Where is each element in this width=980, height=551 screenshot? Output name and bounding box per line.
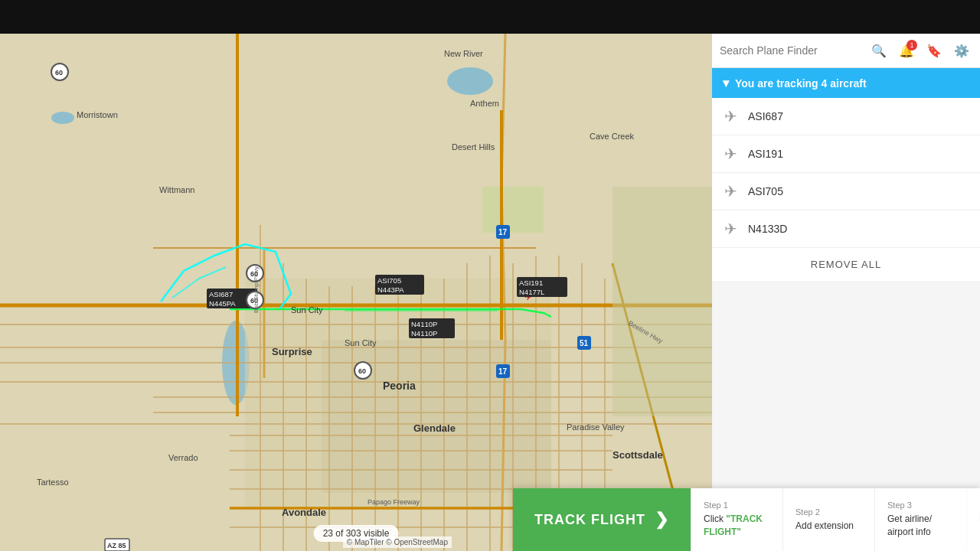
ticker-bar: Aviation aka KIDS) & CAE OXFORDs (KIDS) … bbox=[0, 0, 980, 34]
svg-rect-6 bbox=[482, 187, 544, 233]
svg-text:New River: New River bbox=[444, 49, 483, 58]
svg-text:Paradise Valley: Paradise Valley bbox=[567, 422, 625, 432]
svg-text:60: 60 bbox=[55, 69, 63, 77]
notification-badge: 1 bbox=[906, 40, 917, 51]
search-input[interactable] bbox=[720, 44, 862, 57]
alerts-button[interactable]: 🔔 1 bbox=[896, 40, 917, 61]
svg-text:N445PA: N445PA bbox=[209, 299, 236, 308]
svg-point-3 bbox=[447, 67, 493, 95]
svg-text:Scottsdale: Scottsdale bbox=[612, 449, 663, 461]
aircraft-callsign-3: N4133D bbox=[748, 223, 787, 235]
aircraft-list: ✈ ASI687 ✈ ASI191 ✈ ASI705 ✈ N4133D REMO… bbox=[712, 98, 980, 281]
step1-num: Step 1 bbox=[704, 500, 770, 510]
cta-step-4: Fligh bbox=[966, 488, 980, 551]
svg-text:Tartesso: Tartesso bbox=[37, 478, 69, 487]
svg-text:Anthem: Anthem bbox=[470, 99, 499, 108]
svg-text:ASI705: ASI705 bbox=[377, 276, 401, 285]
svg-text:Wittmann: Wittmann bbox=[159, 185, 194, 194]
svg-text:Cave Creek: Cave Creek bbox=[590, 132, 635, 141]
svg-text:Sun City: Sun City bbox=[291, 305, 323, 315]
aircraft-callsign-1: ASI191 bbox=[748, 148, 783, 160]
svg-text:Morristown: Morristown bbox=[77, 110, 118, 119]
chevron-icon: ▾ bbox=[723, 76, 729, 90]
step3-text: Get airline/ airport info bbox=[887, 513, 954, 539]
aircraft-item-1[interactable]: ✈ ASI191 bbox=[712, 135, 980, 173]
aircraft-callsign-0: ASI687 bbox=[748, 110, 783, 122]
svg-point-2 bbox=[51, 112, 74, 124]
svg-text:60: 60 bbox=[358, 367, 366, 375]
svg-text:N4110P: N4110P bbox=[411, 329, 437, 337]
map-attribution: © MapTiler © OpenStreetMap bbox=[343, 536, 452, 548]
track-flight-button[interactable]: TRACK FLIGHT ❯ bbox=[513, 488, 691, 551]
svg-text:51: 51 bbox=[580, 339, 589, 347]
aircraft-item-3[interactable]: ✈ N4133D bbox=[712, 210, 980, 248]
svg-text:Desert Hills: Desert Hills bbox=[452, 142, 495, 152]
svg-text:Verrado: Verrado bbox=[168, 453, 198, 462]
step2-num: Step 2 bbox=[795, 507, 862, 517]
tracking-header[interactable]: ▾ You are tracking 4 aircraft bbox=[712, 68, 980, 98]
cta-step-3: Step 3 Get airline/ airport info bbox=[874, 488, 966, 551]
svg-text:17: 17 bbox=[498, 367, 508, 376]
remove-all-button[interactable]: REMOVE ALL bbox=[712, 248, 980, 281]
svg-text:Bob Stump Pkwy: Bob Stump Pkwy bbox=[253, 266, 260, 313]
aircraft-icon-0: ✈ bbox=[724, 107, 737, 126]
svg-text:N4177L: N4177L bbox=[519, 288, 544, 296]
svg-text:ASI191: ASI191 bbox=[519, 279, 543, 287]
aircraft-icon-2: ✈ bbox=[724, 182, 737, 201]
step1-text: Click "TRACK FLIGHT" bbox=[704, 513, 770, 539]
cta-step-2: Step 2 Add extension bbox=[782, 488, 874, 551]
svg-text:Papago Freeway: Papago Freeway bbox=[368, 498, 420, 506]
aircraft-callsign-2: ASI705 bbox=[748, 185, 783, 197]
step3-num: Step 3 bbox=[887, 500, 954, 510]
right-panel: 🔍 🔔 1 🔖 ⚙️ ▾ You are tracking 4 aircraft… bbox=[712, 34, 980, 551]
search-bar: 🔍 🔔 1 🔖 ⚙️ bbox=[712, 34, 980, 68]
aircraft-item-0[interactable]: ✈ ASI687 bbox=[712, 98, 980, 135]
svg-text:Sun City: Sun City bbox=[345, 338, 377, 347]
step2-text: Add extension bbox=[795, 520, 862, 533]
cta-step-1: Step 1 Click "TRACK FLIGHT" bbox=[691, 488, 782, 551]
aircraft-item-2[interactable]: ✈ ASI705 bbox=[712, 173, 980, 210]
svg-text:N443PA: N443PA bbox=[377, 285, 404, 294]
bottom-cta: TRACK FLIGHT ❯ Step 1 Click "TRACK FLIGH… bbox=[513, 488, 980, 551]
track-flight-arrow-icon: ❯ bbox=[655, 510, 669, 530]
svg-text:Peoria: Peoria bbox=[383, 380, 416, 392]
ticker-text: Aviation aka KIDS) & CAE OXFORDs (KIDS) … bbox=[0, 5, 980, 29]
svg-text:Avondale: Avondale bbox=[282, 507, 326, 518]
svg-text:AZ 85: AZ 85 bbox=[107, 542, 126, 549]
svg-text:Glendale: Glendale bbox=[413, 422, 456, 434]
svg-rect-37 bbox=[612, 187, 712, 416]
search-button[interactable]: 🔍 bbox=[868, 40, 890, 61]
svg-text:17: 17 bbox=[498, 228, 508, 236]
bookmark-button[interactable]: 🔖 bbox=[923, 40, 945, 61]
tracking-label: You are tracking 4 aircraft bbox=[735, 77, 867, 90]
settings-button[interactable]: ⚙️ bbox=[951, 40, 972, 61]
step1-pre: Click bbox=[704, 514, 726, 524]
aircraft-icon-1: ✈ bbox=[724, 145, 737, 163]
map-area: ✈ ✈ ✈ ✈ OXF6493 ASI687 N445PA ASI705 N44… bbox=[0, 34, 712, 551]
track-flight-label: TRACK FLIGHT bbox=[534, 512, 645, 528]
svg-text:Surprise: Surprise bbox=[272, 346, 312, 357]
svg-text:N4110P: N4110P bbox=[411, 320, 437, 328]
svg-text:ASI687: ASI687 bbox=[209, 290, 233, 298]
aircraft-icon-3: ✈ bbox=[724, 220, 737, 238]
